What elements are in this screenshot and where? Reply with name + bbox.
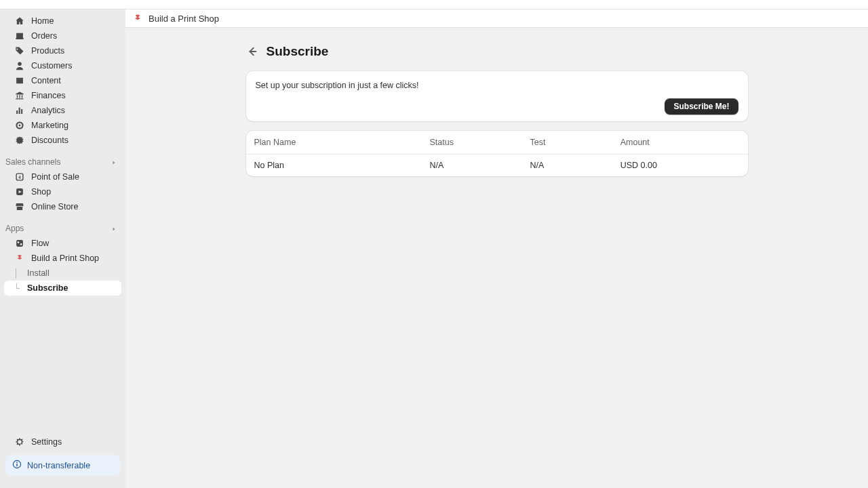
section-apps[interactable]: Apps bbox=[0, 220, 125, 236]
nav-orders[interactable]: Orders bbox=[4, 28, 121, 43]
svg-point-6 bbox=[20, 243, 22, 245]
col-amount: Amount bbox=[612, 131, 748, 155]
nav-discounts[interactable]: Discounts bbox=[4, 133, 121, 148]
svg-rect-8 bbox=[16, 464, 17, 466]
inbox-icon bbox=[15, 31, 24, 41]
nav-label: Point of Sale bbox=[31, 172, 79, 182]
svg-point-9 bbox=[16, 462, 18, 463]
nav-customers[interactable]: Customers bbox=[4, 58, 121, 73]
table-row: No Plan N/A N/A USD 0.00 bbox=[246, 155, 748, 177]
nav-label: Discounts bbox=[31, 136, 68, 145]
plan-table-card: Plan Name Status Test Amount No Plan N/A… bbox=[246, 131, 748, 176]
nav-home[interactable]: Home bbox=[4, 14, 121, 28]
printshop-icon bbox=[15, 253, 24, 263]
chevron-right-icon bbox=[111, 225, 117, 232]
page-title: Subscribe bbox=[267, 44, 329, 59]
nav-label: Settings bbox=[31, 437, 62, 447]
nav-label: Analytics bbox=[31, 106, 65, 115]
pos-icon: 4 bbox=[15, 172, 24, 182]
content: Subscribe Set up your subscription in ju… bbox=[125, 28, 868, 186]
nav-shop[interactable]: Shop bbox=[4, 184, 121, 199]
nav-online-store[interactable]: Online Store bbox=[4, 199, 121, 214]
nav-sub-install[interactable]: │ Install bbox=[4, 266, 121, 281]
home-icon bbox=[15, 16, 24, 26]
nav-app-printshop[interactable]: Build a Print Shop bbox=[4, 251, 121, 266]
subscribe-button[interactable]: Subscribe Me! bbox=[665, 98, 738, 115]
nav-label: Customers bbox=[31, 61, 72, 70]
person-icon bbox=[15, 61, 24, 70]
nav-products[interactable]: Products bbox=[4, 43, 121, 58]
body: Home Orders Products Customers Content F… bbox=[0, 9, 868, 488]
nav-label: Build a Print Shop bbox=[31, 253, 99, 263]
nav-label: Marketing bbox=[31, 121, 68, 130]
col-plan-name: Plan Name bbox=[246, 131, 422, 155]
nav-label: Content bbox=[31, 76, 61, 85]
nav-settings[interactable]: Settings bbox=[4, 434, 121, 449]
sidebar: Home Orders Products Customers Content F… bbox=[0, 9, 125, 488]
bar-chart-icon bbox=[15, 106, 24, 115]
table-header-row: Plan Name Status Test Amount bbox=[246, 131, 748, 155]
window-topbar bbox=[0, 0, 868, 9]
info-icon bbox=[12, 460, 22, 471]
col-status: Status bbox=[422, 131, 522, 155]
svg-text:4: 4 bbox=[18, 175, 21, 180]
nav-label: Shop bbox=[31, 187, 51, 197]
card-text: Set up your subscription in just a few c… bbox=[256, 81, 738, 90]
main: Build a Print Shop Subscribe Set up your… bbox=[125, 9, 868, 488]
sub-label: Subscribe bbox=[23, 283, 68, 293]
nav-analytics[interactable]: Analytics bbox=[4, 103, 121, 118]
nav-label: Home bbox=[31, 16, 54, 26]
nav-content[interactable]: Content bbox=[4, 73, 121, 88]
back-button[interactable] bbox=[246, 45, 258, 58]
nav-app-flow[interactable]: Flow bbox=[4, 236, 121, 251]
svg-rect-4 bbox=[16, 240, 23, 247]
info-pill[interactable]: Non-transferable bbox=[5, 455, 120, 476]
cell-amount: USD 0.00 bbox=[612, 155, 748, 177]
plan-table: Plan Name Status Test Amount No Plan N/A… bbox=[246, 131, 748, 176]
app-header: Build a Print Shop bbox=[125, 9, 868, 28]
card-actions: Subscribe Me! bbox=[256, 98, 738, 115]
discount-icon bbox=[15, 136, 24, 145]
section-sales-channels[interactable]: Sales channels bbox=[0, 153, 125, 169]
app-logo-icon bbox=[132, 13, 143, 24]
page-title-row: Subscribe bbox=[246, 44, 748, 59]
sub-label: Install bbox=[23, 268, 50, 278]
nav-marketing[interactable]: Marketing bbox=[4, 118, 121, 133]
flow-icon bbox=[15, 239, 24, 248]
chevron-right-icon bbox=[111, 159, 117, 165]
nav-label: Online Store bbox=[31, 202, 78, 211]
page: Subscribe Set up your subscription in ju… bbox=[246, 44, 748, 186]
nav-label: Finances bbox=[31, 91, 66, 100]
branch-icon: │ bbox=[14, 268, 19, 278]
nav-label: Flow bbox=[31, 239, 49, 248]
gear-icon bbox=[15, 437, 24, 447]
app-header-title: Build a Print Shop bbox=[149, 14, 219, 24]
image-icon bbox=[15, 76, 24, 85]
nav-pos[interactable]: 4 Point of Sale bbox=[4, 169, 121, 184]
target-icon bbox=[15, 121, 24, 130]
cell-status: N/A bbox=[422, 155, 522, 177]
nav-sub-subscribe[interactable]: └ Subscribe bbox=[4, 281, 121, 296]
nav-label: Products bbox=[31, 46, 64, 56]
nav-label: Orders bbox=[31, 31, 57, 41]
sidebar-bottom: Settings Non-transferable bbox=[0, 434, 125, 488]
bank-icon bbox=[15, 91, 24, 100]
col-test: Test bbox=[522, 131, 612, 155]
subscribe-card: Set up your subscription in just a few c… bbox=[246, 71, 748, 121]
svg-point-5 bbox=[18, 241, 20, 243]
store-icon bbox=[15, 202, 24, 211]
section-label: Sales channels bbox=[5, 157, 60, 167]
cell-plan-name: No Plan bbox=[246, 155, 422, 177]
info-label: Non-transferable bbox=[27, 461, 90, 470]
cell-test: N/A bbox=[522, 155, 612, 177]
branch-icon: └ bbox=[14, 283, 20, 293]
nav-finances[interactable]: Finances bbox=[4, 88, 121, 103]
section-label: Apps bbox=[5, 224, 24, 233]
tag-icon bbox=[15, 46, 24, 56]
shop-icon bbox=[15, 187, 24, 197]
